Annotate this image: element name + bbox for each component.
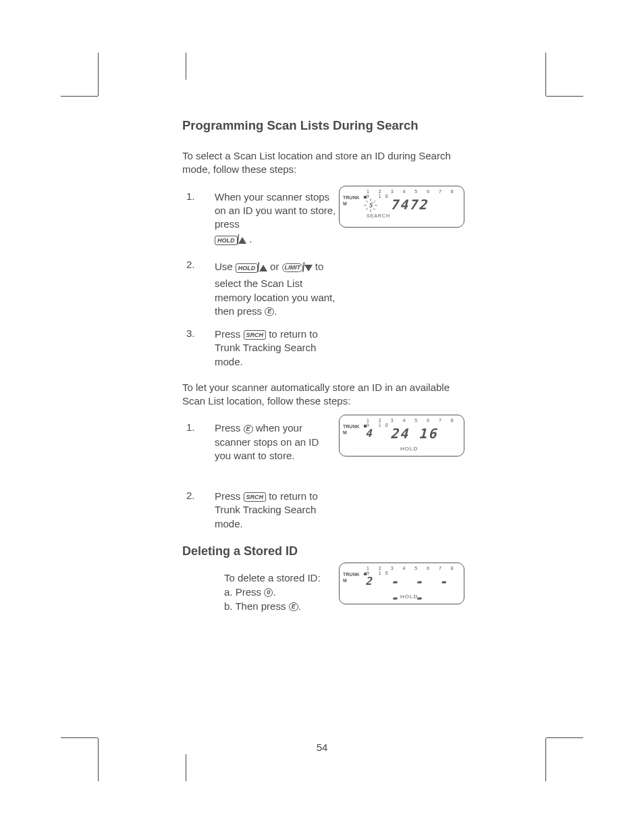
triangle-up-icon bbox=[238, 237, 246, 244]
hold-button-icon: HOLD bbox=[236, 263, 259, 273]
step-b2: 2. Press SRCH to return to Trunk Trackin… bbox=[182, 490, 466, 531]
step-text: Press E when your scanner stops on an ID… bbox=[215, 421, 336, 463]
lcd-trunk-label: TRUNK bbox=[343, 195, 360, 200]
page-number: 54 bbox=[0, 741, 644, 753]
step-text: When your scanner stops on an ID you wan… bbox=[215, 190, 336, 250]
e-button-icon: E bbox=[289, 602, 298, 611]
e-button-icon: E bbox=[265, 307, 274, 316]
lcd-search-label: SEARCH bbox=[367, 213, 390, 218]
slash-icon: / bbox=[302, 259, 304, 277]
e-button-icon: E bbox=[244, 425, 253, 434]
lcd-screen-3: 1 2 3 4 5 6 7 8 9 10 TRUNK M 2 - - - - -… bbox=[339, 563, 464, 604]
svg-line-5 bbox=[373, 201, 375, 203]
step-text: Use HOLD/ or LIMIT/ to select the Scan L… bbox=[215, 259, 336, 318]
lcd-screen-2: 1 2 3 4 5 6 7 8 9 10 TRUNK M 4 24 16 HOL… bbox=[339, 415, 464, 457]
lcd-m-label: M bbox=[343, 430, 347, 435]
step-text: Press SRCH to return to Trunk Tracking S… bbox=[215, 328, 336, 369]
lcd-hold-label: HOLD bbox=[400, 446, 418, 452]
intro-text-1: To select a Scan List location and store… bbox=[182, 149, 466, 177]
zero-button-icon: 0 bbox=[264, 588, 273, 597]
heading-programming: Programming Scan Lists During Search bbox=[182, 118, 466, 133]
intro-text-2: To let your scanner automatically store … bbox=[182, 381, 466, 409]
limit-button-icon: LIMIT bbox=[282, 263, 304, 272]
lcd-m-label: M bbox=[343, 578, 347, 583]
step-a2: 2. Use HOLD/ or LIMIT/ to select the Sca… bbox=[182, 259, 466, 318]
lcd-sub-display: 4 bbox=[365, 427, 372, 440]
svg-line-4 bbox=[366, 201, 368, 203]
srch-button-icon: SRCH bbox=[244, 492, 267, 502]
lcd-sub-display: 2 bbox=[365, 575, 372, 588]
step-text: Press SRCH to return to Trunk Tracking S… bbox=[215, 490, 336, 531]
heading-deleting: Deleting a Stored ID bbox=[182, 544, 466, 558]
lcd-main-display: - - - - - bbox=[390, 573, 464, 606]
lcd-main-display: 24 16 bbox=[390, 425, 437, 442]
slash-icon: / bbox=[257, 259, 259, 277]
lcd-trunk-label: TRUNK bbox=[343, 424, 360, 429]
svg-text:5: 5 bbox=[369, 202, 373, 209]
triangle-up-icon bbox=[259, 265, 267, 271]
step-number: 2. bbox=[182, 259, 215, 318]
slash-icon: / bbox=[237, 231, 239, 249]
lcd-screen-1: 1 2 3 4 5 6 7 8 9 10 TRUNK M 5 7472 SEAR… bbox=[339, 186, 464, 228]
svg-line-6 bbox=[366, 208, 368, 210]
step-number: 2. bbox=[182, 490, 215, 531]
lcd-main-display: 7472 bbox=[390, 197, 428, 213]
step-a3: 3. Press SRCH to return to Trunk Trackin… bbox=[182, 328, 466, 369]
triangle-down-icon bbox=[304, 265, 313, 271]
lcd-hold-label: HOLD bbox=[400, 594, 418, 600]
step-number: 1. bbox=[182, 421, 215, 463]
step-number: 1. bbox=[182, 190, 215, 250]
srch-button-icon: SRCH bbox=[244, 330, 267, 340]
signal-icon: 5 bbox=[364, 199, 377, 212]
svg-line-7 bbox=[373, 208, 375, 210]
hold-button-icon: HOLD bbox=[215, 236, 238, 245]
step-number: 3. bbox=[182, 328, 215, 369]
lcd-trunk-label: TRUNK bbox=[343, 572, 360, 577]
lcd-m-label: M bbox=[343, 201, 347, 206]
